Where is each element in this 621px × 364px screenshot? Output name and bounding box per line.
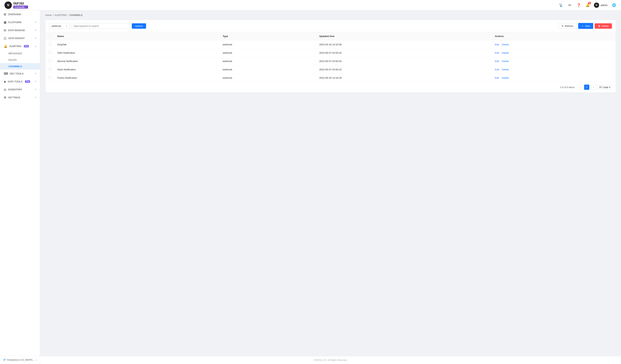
col-actions: Actions	[492, 32, 616, 40]
chevron-down-icon: ▾	[609, 86, 610, 89]
table-row: Wechat Notification webhook 2023-05-07 0…	[45, 57, 616, 65]
sidebar-item-channels[interactable]: CHANNELS	[0, 63, 40, 70]
sidebar-footer-version: Enterprise (1.5.0_SNAPS...	[7, 359, 34, 361]
sidebar-footer[interactable]: 💎 Enterprise (1.5.0_SNAPS... ›	[0, 356, 40, 364]
select-all-checkbox[interactable]	[48, 34, 51, 37]
new-button[interactable]: ＋ New	[578, 23, 593, 29]
col-name: Name	[54, 32, 220, 40]
table-header-row: Name Type Updated time Actions	[45, 32, 616, 40]
delete-action[interactable]: Delete	[502, 51, 509, 54]
row-checkbox-cell	[45, 40, 54, 49]
notification-icon[interactable]: 🔔 9	[585, 3, 590, 8]
breadcrumb-sep1: /	[53, 14, 53, 16]
trash-icon: 🗑	[598, 25, 601, 27]
delete-action[interactable]: Delete	[502, 60, 509, 63]
platform-icon: ▦	[4, 21, 6, 24]
page-1-button[interactable]: 1	[584, 85, 589, 90]
sidebar-item-dev-tools[interactable]: ⌨ DEV TOOLS ▾	[0, 70, 40, 78]
top-header: N INFINI Console /// 📡 ✉ ❓ 🔔 9 N admin 🌐	[0, 0, 621, 10]
col-type: Type	[220, 32, 316, 40]
row-actions: Edit Delete	[492, 74, 616, 82]
alerting-icon: 🔔	[4, 45, 7, 48]
help-icon[interactable]: ❓	[576, 3, 581, 8]
row-updated-time: 2023-05-07 03:56:22	[316, 65, 492, 74]
edit-action[interactable]: Edit	[495, 60, 499, 63]
search-button[interactable]: Search	[132, 23, 146, 29]
row-actions: Edit Delete	[492, 40, 616, 49]
message-icon[interactable]: ✉	[567, 3, 572, 8]
sidebar-item-rules[interactable]: RULES	[0, 57, 40, 63]
page-footer: ©INFINI.LTD, All Rights Reserved.	[40, 356, 621, 364]
chevron-down-icon: ▾	[35, 88, 36, 91]
row-actions: Edit Delete	[492, 57, 616, 65]
edit-action[interactable]: Edit	[495, 43, 499, 46]
chevron-down-icon: ▾	[66, 25, 67, 27]
dropdown-value: webhook	[52, 25, 61, 27]
user-info[interactable]: N admin	[594, 3, 608, 8]
delete-action[interactable]: Delete	[502, 68, 509, 71]
sidebar-item-settings[interactable]: ⚙ SETTINGS ▾	[0, 94, 40, 101]
delete-action[interactable]: Delete	[502, 43, 509, 46]
sidebar-sub-label: MESSAGES	[9, 52, 22, 55]
row-checkbox[interactable]	[49, 59, 51, 62]
inventory-icon: ◎	[4, 88, 6, 91]
row-updated-time: 2023-05-30 14:18:29	[316, 74, 492, 82]
sidebar-item-label: DATA INSIGHT	[8, 37, 25, 40]
pagination-bar: 1-5 of 5 items ‹ 1 › 20 / page ▾	[45, 82, 616, 92]
per-page-value: 20 / page	[599, 86, 608, 89]
row-checkbox[interactable]	[49, 51, 51, 54]
chevron-down-icon: ▾	[35, 29, 36, 32]
edit-action[interactable]: Edit	[495, 77, 499, 79]
sidebar-item-platform[interactable]: ▦ PLATFORM ▾	[0, 18, 40, 26]
channels-table: Name Type Updated time Actions DingTalk …	[45, 32, 616, 82]
row-checkbox[interactable]	[49, 76, 51, 79]
sidebar-item-messages[interactable]: MESSAGES	[0, 50, 40, 57]
row-type: webhook	[220, 65, 316, 74]
row-name: Feishu Notification	[54, 74, 220, 82]
page-content: webhook ▾ Search ↻ Refresh	[40, 20, 621, 356]
row-name: Wechat Notification	[54, 57, 220, 65]
chevron-up-icon: ▴	[35, 45, 36, 47]
col-updated-time: Updated time	[316, 32, 492, 40]
sidebar-item-data-manage[interactable]: ⊟ DATA MANAGE ▾	[0, 26, 40, 34]
edit-action[interactable]: Edit	[495, 68, 499, 71]
breadcrumb-sep2: /	[68, 14, 69, 16]
table-head: Name Type Updated time Actions	[45, 32, 616, 40]
delete-button-label: Delete	[602, 25, 609, 27]
breadcrumb: Home / ALERTING / CHANNELS	[40, 10, 621, 20]
globe-icon[interactable]: 🌐	[611, 3, 617, 8]
breadcrumb-alerting[interactable]: ALERTING	[54, 14, 67, 16]
breadcrumb-home[interactable]: Home	[45, 14, 52, 16]
sidebar-item-label: DATA MANAGE	[8, 29, 25, 32]
pagination-info: 1-5 of 5 items	[560, 86, 574, 89]
sidebar-item-label: DEV TOOLS	[10, 72, 24, 75]
toolbar: webhook ▾ Search ↻ Refresh	[45, 20, 616, 32]
row-type: webhook	[220, 57, 316, 65]
per-page-select[interactable]: 20 / page ▾	[597, 85, 612, 89]
satellite-icon[interactable]: 📡	[558, 3, 564, 8]
row-type: webhook	[220, 49, 316, 57]
chevron-down-icon: ▾	[35, 21, 36, 24]
refresh-button[interactable]: ↻ Refresh	[558, 23, 577, 29]
sidebar-item-data-tools[interactable]: ◈ DATA TOOLS Pro ▾	[0, 78, 40, 86]
sidebar-item-alerting[interactable]: 🔔 ALERTING Pro ▴	[0, 42, 40, 50]
logo-console: Console ///	[13, 6, 28, 9]
row-name: Slack Notification	[54, 65, 220, 74]
edit-action[interactable]: Edit	[495, 51, 499, 54]
header-right: 📡 ✉ ❓ 🔔 9 N admin 🌐	[558, 3, 617, 8]
delete-action[interactable]: Delete	[502, 77, 509, 79]
row-type: webhook	[220, 40, 316, 49]
pro-badge: Pro	[24, 45, 29, 47]
sidebar-item-inventory[interactable]: ◎ INVENTORY ▾	[0, 86, 40, 94]
row-checkbox[interactable]	[49, 43, 51, 46]
next-page-button[interactable]: ›	[591, 85, 596, 90]
plus-icon: ＋	[582, 24, 584, 28]
sidebar-item-overview[interactable]: ⊞ OVERVIEW	[0, 10, 40, 18]
sidebar-footer-text: 💎 Enterprise (1.5.0_SNAPS...	[3, 358, 34, 361]
prev-page-button[interactable]: ‹	[577, 85, 583, 90]
sidebar-item-data-insight[interactable]: ◫ DATA INSIGHT ▾	[0, 34, 40, 42]
row-checkbox[interactable]	[49, 68, 51, 71]
type-dropdown[interactable]: webhook ▾	[49, 23, 69, 29]
delete-button[interactable]: 🗑 Delete	[595, 23, 612, 29]
search-input[interactable]	[71, 23, 130, 29]
